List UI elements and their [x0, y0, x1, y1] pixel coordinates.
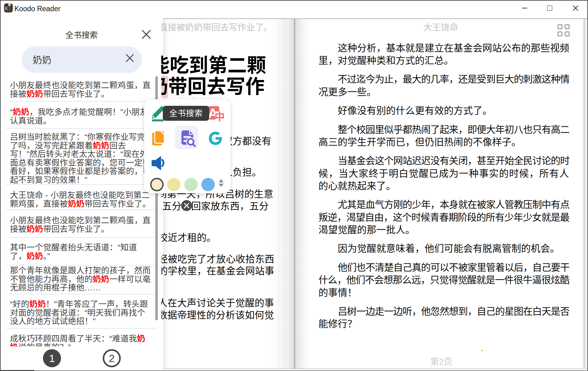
svg-text:中: 中 [214, 111, 225, 123]
